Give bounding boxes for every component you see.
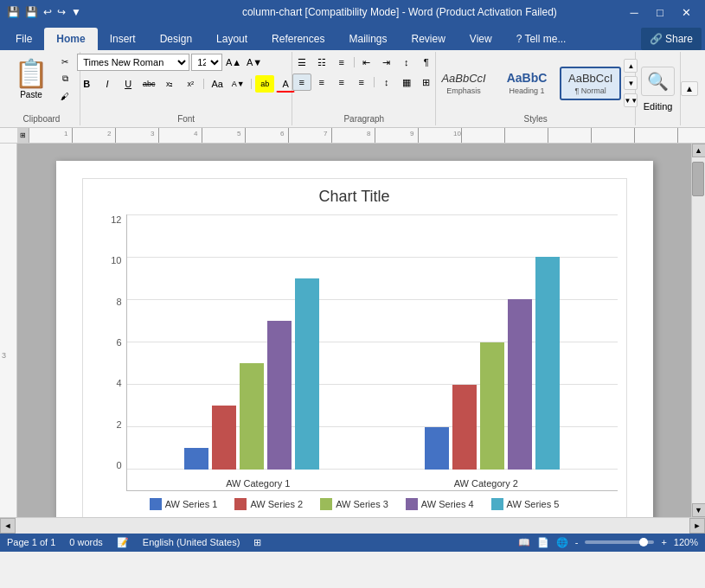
quick-access-dropdown[interactable]: ▼ <box>71 6 81 18</box>
sort-button[interactable]: ↕ <box>397 54 416 71</box>
page-count: Page 1 of 1 <box>7 537 55 547</box>
zoom-in-button[interactable]: + <box>661 537 666 547</box>
tab-tell-me[interactable]: ? Tell me... <box>504 28 579 50</box>
proofing-icon[interactable]: 📝 <box>117 537 129 548</box>
font-family-select[interactable]: Times New Roman <box>77 54 189 71</box>
tab-home[interactable]: Home <box>44 28 97 50</box>
superscript-button[interactable]: x² <box>181 75 200 93</box>
find-search-button[interactable]: 🔍 <box>641 67 675 96</box>
format-painter-button[interactable]: 🖌 <box>55 88 74 104</box>
subscript-button[interactable]: x₂ <box>160 75 179 93</box>
scroll-down-button[interactable]: ▼ <box>692 503 706 517</box>
maximize-button[interactable]: □ <box>648 0 672 24</box>
paste-icon: 📋 <box>14 57 48 90</box>
scroll-track[interactable] <box>692 157 706 503</box>
scroll-up-button[interactable]: ▲ <box>692 144 706 157</box>
highlight-button[interactable]: ab <box>255 75 274 93</box>
ruler: ⊞ 1 2 3 4 5 6 7 8 9 10 <box>0 128 705 144</box>
font-size-select[interactable]: 12 <box>191 54 222 71</box>
strikethrough-button[interactable]: abc <box>139 75 158 93</box>
status-bar: Page 1 of 1 0 words 📝 English (United St… <box>0 533 705 552</box>
change-case-button[interactable]: A▼ <box>228 75 247 93</box>
decrease-indent-button[interactable]: ⇤ <box>357 54 376 71</box>
align-left-button[interactable]: ≡ <box>292 74 311 91</box>
bar-cat1-series1[interactable] <box>184 448 208 470</box>
y-axis: 12 10 8 6 4 2 0 <box>92 214 126 491</box>
zoom-thumb[interactable] <box>639 538 648 546</box>
increase-indent-button[interactable]: ⇥ <box>377 54 396 71</box>
clear-format-button[interactable]: Aa <box>208 75 227 93</box>
h-scroll-track[interactable] <box>16 518 689 534</box>
tab-share[interactable]: 🔗 Share <box>641 28 702 50</box>
style-heading1[interactable]: AaBbC Heading 1 <box>497 67 557 99</box>
quick-undo[interactable]: ↩ <box>43 6 52 18</box>
scroll-thumb[interactable] <box>692 162 704 196</box>
paragraph-label: Paragraph <box>298 112 430 124</box>
y-label-4: 4 <box>116 378 121 388</box>
numbering-button[interactable]: ☷ <box>312 54 331 71</box>
bar-cat1-series5[interactable] <box>295 278 319 470</box>
tab-view[interactable]: View <box>458 28 504 50</box>
underline-button[interactable]: U <box>119 75 138 93</box>
bullets-button[interactable]: ☰ <box>292 54 311 71</box>
legend-color-1 <box>150 498 162 510</box>
document-scroll[interactable]: Chart Title 12 10 8 6 4 2 0 <box>17 144 691 517</box>
tab-file[interactable]: File <box>3 28 44 50</box>
close-button[interactable]: ✕ <box>674 0 698 24</box>
quick-save[interactable]: 💾 <box>25 6 38 18</box>
quick-redo[interactable]: ↪ <box>57 6 66 18</box>
print-layout-button[interactable]: 📄 <box>537 537 549 548</box>
multilevel-button[interactable]: ≡ <box>332 54 351 71</box>
scroll-right-button[interactable]: ► <box>689 518 705 534</box>
zoom-level[interactable]: 120% <box>674 537 698 547</box>
styles-group: AaBbCcI Emphasis AaBbC Heading 1 AaBbCcI… <box>436 52 636 125</box>
bar-cat2-series1[interactable] <box>425 427 449 470</box>
italic-button[interactable]: I <box>98 75 117 93</box>
bar-cat2-series3[interactable] <box>480 342 504 470</box>
styles-label: Styles <box>441 112 630 124</box>
bar-cat1-series3[interactable] <box>240 363 264 470</box>
emphasis-preview: AaBbCcI <box>441 72 485 85</box>
bar-cat2-series2[interactable] <box>452 385 477 470</box>
y-label-10: 10 <box>111 255 121 265</box>
copy-button[interactable]: ⧉ <box>55 71 74 86</box>
zoom-slider[interactable] <box>585 540 654 544</box>
line-spacing-button[interactable]: ↕ <box>377 74 396 91</box>
style-emphasis[interactable]: AaBbCcI Emphasis <box>433 67 494 99</box>
bar-cat1-series4[interactable] <box>267 321 292 470</box>
tab-references[interactable]: References <box>260 28 336 50</box>
language[interactable]: English (United States) <box>143 537 240 547</box>
paste-button[interactable]: 📋 Paste <box>9 54 54 103</box>
category-1-bars <box>144 214 360 470</box>
legend-label-5: AW Series 5 <box>507 499 560 509</box>
cut-button[interactable]: ✂ <box>55 54 74 69</box>
ruler-corner[interactable]: ⊞ <box>17 128 29 144</box>
bar-cat2-series4[interactable] <box>508 299 532 470</box>
bar-cat1-series2[interactable] <box>212 406 236 470</box>
macro-icon[interactable]: ⊞ <box>253 537 261 548</box>
bold-button[interactable]: B <box>77 75 96 93</box>
scroll-left-button[interactable]: ◄ <box>0 518 16 534</box>
tab-insert[interactable]: Insert <box>98 28 148 50</box>
tab-review[interactable]: Review <box>399 28 457 50</box>
title-bar-controls: ─ □ ✕ <box>622 0 698 24</box>
align-center-button[interactable]: ≡ <box>312 74 331 91</box>
align-right-button[interactable]: ≡ <box>332 74 351 91</box>
web-layout-button[interactable]: 🌐 <box>556 537 568 548</box>
tab-design[interactable]: Design <box>148 28 204 50</box>
category-2-bars <box>385 214 600 470</box>
read-mode-button[interactable]: 📖 <box>518 537 530 548</box>
grow-font-button[interactable]: A▲ <box>224 54 243 71</box>
style-normal[interactable]: AaBbCcI ¶ Normal <box>560 67 621 100</box>
shrink-font-button[interactable]: A▼ <box>245 54 264 71</box>
ribbon-collapse-button[interactable]: ▲ <box>681 81 698 96</box>
shading-button[interactable]: ▦ <box>397 74 416 91</box>
tab-layout[interactable]: Layout <box>204 28 260 50</box>
justify-button[interactable]: ≡ <box>352 74 371 91</box>
minimize-button[interactable]: ─ <box>622 0 646 24</box>
bars-area <box>127 214 618 470</box>
zoom-out-button[interactable]: - <box>575 537 579 547</box>
bar-cat2-series5[interactable] <box>535 257 560 470</box>
tab-mailings[interactable]: Mailings <box>336 28 399 50</box>
para-separator <box>354 57 355 67</box>
